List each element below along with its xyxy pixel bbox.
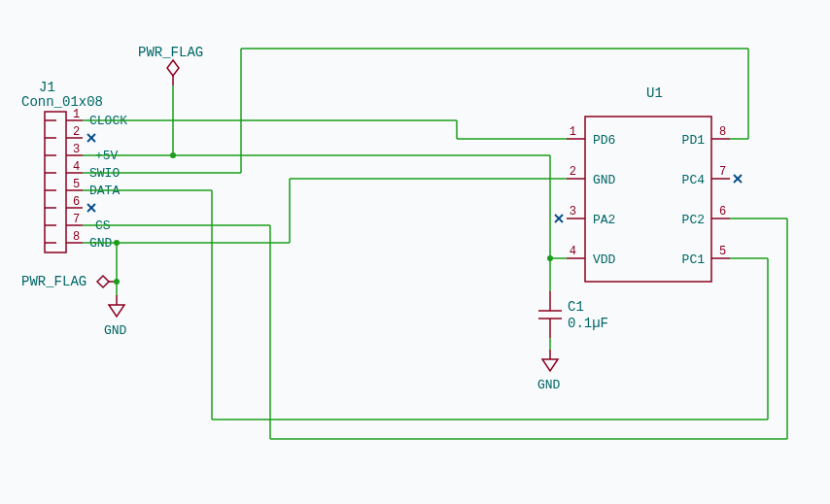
svg-text:GND: GND bbox=[104, 323, 127, 338]
svg-text:VDD: VDD bbox=[593, 252, 616, 267]
svg-text:8: 8 bbox=[73, 230, 80, 244]
nc-icon bbox=[555, 215, 563, 222]
gnd-cap: GND bbox=[537, 350, 561, 392]
u1-pin-4: 4 VDD bbox=[567, 245, 616, 267]
svg-text:5: 5 bbox=[719, 245, 726, 258]
u1-pin-6: 6 PC2 bbox=[682, 205, 730, 227]
svg-point-86 bbox=[170, 152, 176, 158]
svg-marker-70 bbox=[97, 276, 109, 287]
svg-text:PWR_FLAG: PWR_FLAG bbox=[21, 274, 86, 289]
svg-marker-73 bbox=[109, 305, 124, 317]
svg-text:4: 4 bbox=[570, 245, 576, 258]
nc-icon bbox=[87, 134, 95, 142]
u1-pin-2: 2 GND bbox=[567, 165, 616, 187]
svg-text:PWR_FLAG: PWR_FLAG bbox=[138, 45, 203, 60]
c1-ref: C1 bbox=[568, 299, 584, 315]
svg-text:PD1: PD1 bbox=[682, 133, 706, 148]
pwr-flag-left: PWR_FLAG bbox=[21, 274, 117, 289]
gnd-left: GND bbox=[104, 295, 127, 338]
ic-u1: U1 1 PD6 2 GND 3 PA2 4 VDD bbox=[555, 85, 742, 282]
svg-text:6: 6 bbox=[719, 205, 726, 218]
svg-text:5: 5 bbox=[73, 178, 80, 191]
j1-pin-8: 8 GND bbox=[45, 230, 113, 251]
u1-ref: U1 bbox=[646, 85, 663, 101]
j1-pin-3: 3 +5V bbox=[45, 143, 119, 163]
svg-text:2: 2 bbox=[73, 125, 80, 139]
j1-pin-4: 4 SWIO bbox=[45, 160, 120, 181]
svg-text:2: 2 bbox=[570, 165, 576, 179]
u1-pin-5: 5 PC1 bbox=[682, 245, 730, 267]
j1-pin-6: 6 bbox=[45, 195, 95, 212]
svg-text:PD6: PD6 bbox=[593, 133, 615, 148]
svg-marker-67 bbox=[167, 60, 179, 76]
c1-value: 0.1µF bbox=[568, 316, 608, 331]
cap-c1: C1 0.1µF bbox=[538, 291, 608, 338]
svg-text:6: 6 bbox=[73, 195, 80, 209]
j1-ref: J1 bbox=[39, 80, 55, 95]
j1-pin-1: 1 CLOCK bbox=[45, 108, 127, 128]
svg-text:7: 7 bbox=[719, 165, 726, 179]
svg-text:8: 8 bbox=[719, 125, 726, 139]
j1-pin-5: 5 DATA bbox=[45, 178, 120, 198]
svg-text:4: 4 bbox=[73, 160, 80, 174]
j1-value: Conn_01x08 bbox=[21, 94, 103, 110]
u1-pin-8: 8 PD1 bbox=[682, 125, 730, 148]
svg-text:7: 7 bbox=[73, 213, 80, 226]
svg-text:1: 1 bbox=[570, 125, 576, 139]
u1-pin-1: 1 PD6 bbox=[567, 125, 615, 148]
nc-icon bbox=[87, 204, 95, 212]
j1-body bbox=[45, 112, 66, 252]
svg-text:3: 3 bbox=[73, 143, 80, 156]
j1-pin-2: 2 bbox=[45, 125, 95, 142]
connector-j1: J1 Conn_01x08 1 CLOCK 2 3 +5V bbox=[21, 80, 127, 252]
svg-point-106 bbox=[114, 279, 120, 285]
svg-text:1: 1 bbox=[73, 108, 80, 121]
pwr-flag-top: PWR_FLAG bbox=[138, 45, 203, 85]
svg-text:PC4: PC4 bbox=[682, 173, 706, 187]
svg-text:PC2: PC2 bbox=[682, 213, 705, 227]
svg-text:PA2: PA2 bbox=[593, 213, 615, 227]
svg-text:PC1: PC1 bbox=[682, 252, 706, 267]
svg-text:GND: GND bbox=[593, 173, 616, 187]
wires bbox=[83, 49, 787, 439]
nc-icon bbox=[734, 175, 742, 183]
svg-text:GND: GND bbox=[537, 378, 561, 392]
svg-point-84 bbox=[547, 255, 553, 261]
svg-text:3: 3 bbox=[570, 205, 576, 218]
svg-marker-76 bbox=[542, 359, 558, 371]
